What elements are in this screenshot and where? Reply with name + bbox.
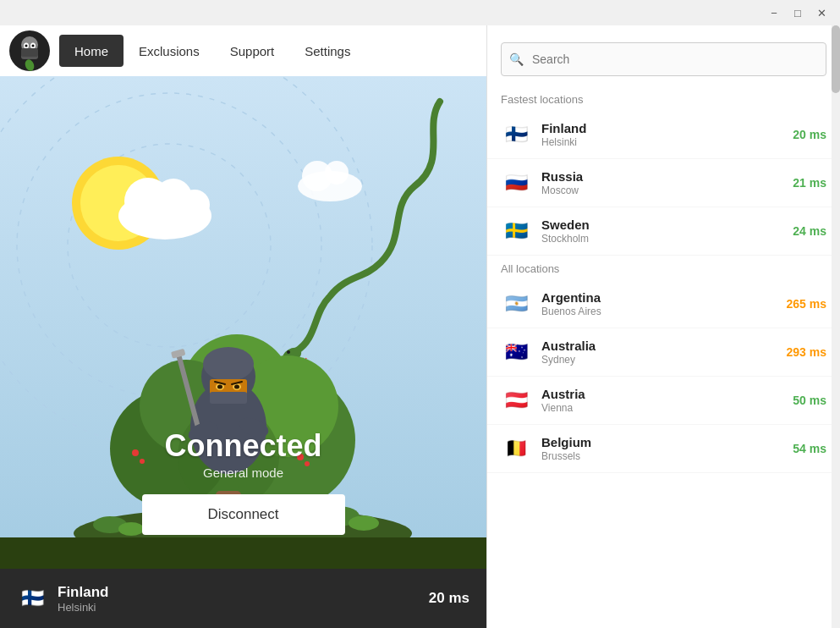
finland-flag: 🇫🇮 [501, 119, 531, 150]
australia-ping: 293 ms [787, 345, 826, 359]
argentina-flag: 🇦🇷 [501, 289, 531, 319]
austria-info: Austria Vienna [541, 387, 793, 414]
search-box: 🔍 [501, 42, 826, 76]
finland-info: Finland Helsinki [541, 121, 793, 148]
argentina-ping: 265 ms [787, 297, 826, 311]
all-locations-header: All locations [487, 256, 840, 280]
austria-ping: 50 ms [793, 394, 826, 407]
nav-bar: Home Exclusions Support Settings [0, 25, 486, 76]
svg-point-5 [25, 45, 28, 47]
belgium-flag: 🇧🇪 [501, 433, 531, 464]
finland-country: Finland [541, 121, 793, 135]
svg-point-49 [217, 385, 222, 389]
bottom-city: Helsinki [58, 601, 429, 614]
maximize-button[interactable]: □ [786, 1, 810, 25]
russia-city: Moscow [541, 185, 793, 196]
list-item[interactable]: 🇦🇷 Argentina Buenos Aires 265 ms [487, 280, 840, 328]
argentina-city: Buenos Aires [541, 306, 787, 317]
belgium-info: Belgium Brussels [541, 435, 793, 462]
russia-flag: 🇷🇺 [501, 168, 531, 198]
nav-exclusions[interactable]: Exclusions [124, 35, 215, 67]
mode-text: General mode [164, 465, 321, 480]
disconnect-button[interactable]: Disconnect [142, 494, 345, 535]
list-item[interactable]: 🇷🇺 Russia Moscow 21 ms [487, 159, 840, 207]
bottom-flag: 🇫🇮 [17, 583, 47, 614]
nav-home[interactable]: Home [59, 35, 124, 67]
svg-point-39 [132, 449, 139, 456]
close-button[interactable]: ✕ [810, 1, 833, 25]
sweden-flag: 🇸🇪 [501, 216, 531, 246]
australia-country: Australia [541, 339, 787, 353]
belgium-city: Brussels [541, 450, 793, 462]
list-item[interactable]: 🇦🇹 Austria Vienna 50 ms [487, 377, 840, 425]
minimize-button[interactable]: − [762, 1, 786, 25]
sweden-city: Stockholm [541, 233, 793, 245]
australia-city: Sydney [541, 354, 787, 366]
finland-ping: 20 ms [793, 128, 826, 141]
australia-flag: 🇦🇺 [501, 337, 531, 367]
nav-settings[interactable]: Settings [289, 35, 365, 67]
svg-point-50 [234, 385, 239, 389]
argentina-info: Argentina Buenos Aires [541, 290, 787, 317]
scrollbar-track [832, 25, 840, 628]
russia-ping: 21 ms [793, 176, 826, 190]
russia-country: Russia [541, 169, 793, 184]
belgium-ping: 54 ms [793, 442, 826, 455]
russia-info: Russia Moscow [541, 169, 793, 196]
search-input[interactable] [501, 42, 826, 76]
list-item[interactable]: 🇧🇪 Belgium Brussels 54 ms [487, 425, 840, 473]
list-item[interactable]: 🇸🇪 Sweden Stockholm 24 ms [487, 207, 840, 256]
argentina-country: Argentina [541, 290, 787, 305]
bottom-location-info: Finland Helsinki [58, 584, 429, 614]
status-overlay: Connected General mode [164, 428, 321, 480]
finland-city: Helsinki [541, 136, 793, 148]
svg-point-21 [325, 161, 349, 185]
svg-point-45 [203, 347, 254, 381]
austria-country: Austria [541, 387, 793, 401]
belgium-country: Belgium [541, 435, 793, 449]
title-bar: − □ ✕ [0, 0, 840, 25]
sweden-country: Sweden [541, 218, 793, 232]
svg-point-40 [140, 459, 145, 464]
bottom-bar: 🇫🇮 Finland Helsinki 20 ms [0, 569, 486, 628]
left-panel: Connected General mode Disconnect [0, 76, 486, 628]
svg-rect-7 [21, 48, 38, 57]
svg-rect-53 [210, 392, 247, 404]
right-panel: 🔍 Fastest locations 🇫🇮 Finland Helsinki … [486, 25, 840, 628]
connected-text: Connected [164, 428, 321, 464]
list-item[interactable]: 🇫🇮 Finland Helsinki 20 ms [487, 111, 840, 159]
scrollbar-thumb[interactable] [832, 25, 840, 93]
svg-point-36 [118, 522, 144, 536]
sweden-info: Sweden Stockholm [541, 218, 793, 245]
bottom-country-name: Finland [58, 584, 429, 601]
svg-point-23 [287, 350, 290, 354]
svg-point-6 [32, 45, 35, 47]
svg-point-38 [349, 515, 379, 531]
list-item[interactable]: 🇦🇺 Australia Sydney 293 ms [487, 328, 840, 377]
austria-flag: 🇦🇹 [501, 385, 531, 416]
australia-info: Australia Sydney [541, 339, 787, 366]
app-logo [8, 30, 51, 72]
austria-city: Vienna [541, 402, 793, 414]
svg-point-18 [179, 190, 210, 220]
nav-support[interactable]: Support [215, 35, 290, 67]
fastest-locations-header: Fastest locations [487, 86, 840, 111]
bottom-ping: 20 ms [429, 590, 469, 607]
search-icon: 🔍 [509, 52, 524, 66]
sweden-ping: 24 ms [793, 224, 826, 238]
